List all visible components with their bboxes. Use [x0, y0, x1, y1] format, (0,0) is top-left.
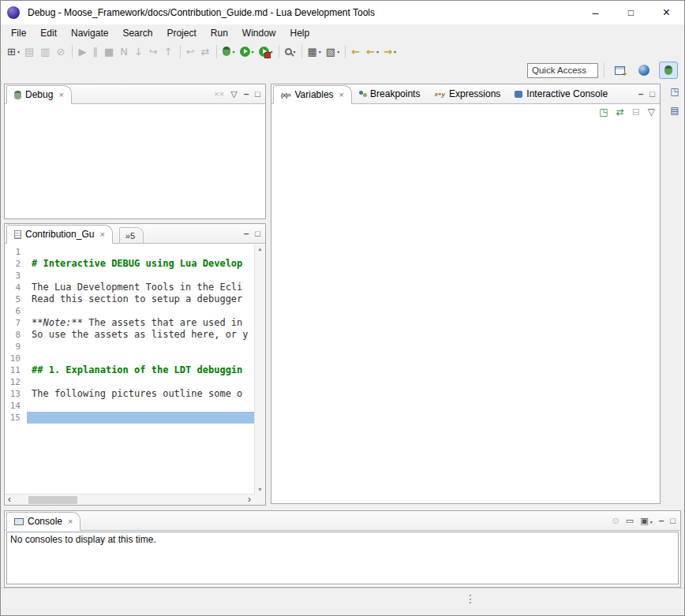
editor-line[interactable]: 4 The Lua Development Tools in the Ecli: [5, 282, 254, 293]
remove-terminated-button[interactable]: ××: [214, 90, 224, 99]
vertical-scrollbar[interactable]: ▲ ▼: [254, 245, 265, 494]
maximize-panel-button[interactable]: □: [649, 90, 655, 99]
quick-access-input[interactable]: Quick Access: [527, 63, 598, 78]
editor-line[interactable]: 12: [5, 376, 254, 388]
variables-panel: (x)= Variables × Breakpoints x+y Express…: [271, 84, 661, 504]
scroll-down-icon[interactable]: ▼: [255, 487, 265, 492]
menu-window[interactable]: Window: [235, 25, 283, 41]
step-return-button[interactable]: ↑: [162, 43, 177, 60]
maximize-panel-button[interactable]: □: [255, 90, 260, 99]
open-console-button[interactable]: ▣▾: [640, 517, 652, 525]
scrollbar-thumb[interactable]: [28, 496, 77, 504]
menu-run[interactable]: Run: [204, 25, 235, 41]
close-button[interactable]: ×: [649, 1, 684, 24]
last-edit-location-button[interactable]: ←: [349, 43, 364, 60]
search-button[interactable]: ▾: [283, 43, 298, 60]
save-button[interactable]: ▤: [22, 43, 38, 60]
scroll-left-icon[interactable]: ‹: [8, 495, 11, 505]
line-number: 5: [5, 293, 27, 305]
tab-expressions[interactable]: x+y Expressions: [427, 84, 507, 103]
horizontal-scrollbar[interactable]: ‹ ›: [5, 494, 254, 505]
editor-line[interactable]: 8 So use the assets as listed here, or y: [5, 329, 254, 341]
editor-tab-overflow[interactable]: »5: [119, 227, 144, 243]
dropdown-arrow-icon: ▾: [294, 49, 296, 54]
close-icon[interactable]: ×: [99, 230, 104, 239]
editor-line[interactable]: 3: [5, 270, 254, 282]
outline-view-icon[interactable]: ▤: [670, 105, 679, 116]
new-file-button[interactable]: ▦ ▾: [305, 43, 324, 60]
close-icon[interactable]: ×: [68, 517, 73, 526]
tab-debug[interactable]: Debug ×: [6, 85, 72, 104]
collapse-all-button[interactable]: ⊟: [632, 107, 640, 117]
run-button[interactable]: ▾: [238, 43, 256, 60]
new-button[interactable]: ⊞ ▾: [5, 43, 22, 60]
save-all-button[interactable]: ▥: [38, 43, 54, 60]
pin-console-button[interactable]: ⊙: [612, 517, 619, 525]
open-type-button[interactable]: ▧ ▾: [324, 43, 342, 60]
step-over-button[interactable]: ↪: [147, 43, 162, 60]
editor-line[interactable]: 1: [5, 246, 254, 258]
toolbar-glyph: ↓: [134, 47, 143, 57]
minimize-button[interactable]: –: [578, 1, 613, 24]
back-button[interactable]: ← ▾: [364, 43, 381, 60]
minimize-panel-button[interactable]: –: [244, 229, 249, 238]
resume-button[interactable]: ▶: [76, 43, 90, 60]
editor-line[interactable]: 14: [5, 400, 254, 412]
menu-search[interactable]: Search: [115, 25, 159, 41]
minimize-panel-button[interactable]: –: [244, 89, 249, 99]
tab-breakpoints[interactable]: Breakpoints: [352, 84, 427, 103]
debug-perspective-button[interactable]: [659, 62, 678, 79]
sash-handle[interactable]: ⋮: [465, 592, 476, 605]
suspend-button[interactable]: ‖: [90, 43, 102, 60]
menu-edit[interactable]: Edit: [33, 25, 64, 41]
use-step-filters-button[interactable]: ⇄: [199, 43, 214, 60]
scroll-right-icon[interactable]: ›: [248, 495, 251, 505]
tab-variables[interactable]: (x)= Variables ×: [273, 85, 352, 104]
menu-file[interactable]: File: [4, 25, 33, 41]
maximize-panel-button[interactable]: □: [255, 230, 260, 238]
close-icon[interactable]: ×: [58, 91, 63, 99]
show-type-names-button[interactable]: ◳: [599, 107, 608, 117]
display-selected-console-button[interactable]: ▭: [626, 517, 634, 525]
editor-line[interactable]: 11 ## 1. Explanation of the LDT debuggin: [5, 364, 254, 376]
code-area[interactable]: 1 2 # Interactive DEBUG using Lua Develo…: [5, 246, 254, 494]
minimize-panel-button[interactable]: –: [638, 89, 644, 99]
tab-console[interactable]: Console ×: [6, 512, 80, 531]
show-logical-structure-button[interactable]: ⇄: [616, 107, 624, 117]
menu-help[interactable]: Help: [283, 25, 317, 41]
open-perspective-button[interactable]: [610, 62, 629, 79]
editor-line[interactable]: 15: [5, 412, 254, 424]
external-tools-button[interactable]: ▾: [256, 43, 275, 60]
maximize-panel-button[interactable]: □: [670, 517, 676, 525]
editor-line[interactable]: 10: [5, 353, 254, 364]
step-into-button[interactable]: ↓: [132, 43, 147, 60]
editor-line[interactable]: 7 **Note:** The assets that are used in: [5, 317, 254, 329]
tab-contribution-guide[interactable]: Contribution_Gu ×: [6, 225, 113, 244]
view-menu-button[interactable]: ▽: [230, 90, 237, 99]
editor-line[interactable]: 6: [5, 305, 254, 317]
menu-navigate[interactable]: Navigate: [64, 25, 115, 41]
tab-interactive-console[interactable]: Interactive Console: [507, 84, 615, 103]
debug-button[interactable]: ▾: [220, 43, 237, 60]
print-button[interactable]: ⊘: [54, 43, 69, 60]
toolbar-glyph: ⇄: [201, 47, 210, 57]
restore-view-icon[interactable]: ◳: [670, 86, 679, 97]
toolbar-glyph: ↑: [164, 47, 173, 57]
forward-button[interactable]: → ▾: [381, 43, 399, 60]
scroll-up-icon[interactable]: ▲: [255, 246, 265, 252]
minimize-panel-button[interactable]: –: [659, 516, 664, 525]
disconnect-button[interactable]: N: [118, 43, 132, 60]
drop-to-frame-button[interactable]: ↩: [184, 43, 199, 60]
editor-line[interactable]: 13 The following pictures outline some o: [5, 388, 254, 400]
maximize-button[interactable]: □: [613, 1, 649, 24]
editor-body: 1 2 # Interactive DEBUG using Lua Develo…: [5, 245, 265, 505]
terminate-button[interactable]: ■: [102, 43, 118, 60]
close-icon[interactable]: ×: [339, 91, 344, 99]
file-icon: [14, 230, 21, 239]
editor-line[interactable]: 9: [5, 341, 254, 353]
editor-line[interactable]: 2 # Interactive DEBUG using Lua Develop: [5, 258, 254, 270]
editor-line[interactable]: 5 Read this section to setup a debugger: [5, 293, 254, 305]
view-menu-button[interactable]: ▽: [648, 107, 655, 117]
menu-project[interactable]: Project: [159, 25, 203, 41]
ldt-perspective-button[interactable]: [634, 62, 653, 79]
